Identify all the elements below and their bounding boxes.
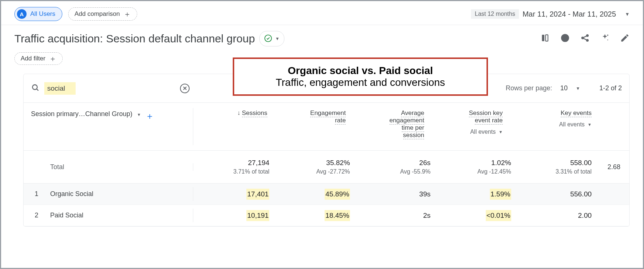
svg-point-0 <box>265 35 271 42</box>
column-header-avg-engagement-time[interactable]: Average engagement time per session <box>350 108 429 145</box>
page-title-text: Traffic acquisition: Session default cha… <box>14 32 255 45</box>
sort-down-icon: ↓ <box>237 109 240 116</box>
chevron-down-icon[interactable]: ▼ <box>137 112 141 117</box>
all-users-chip[interactable]: A All Users <box>14 7 62 21</box>
chevron-down-icon: ▼ <box>275 36 280 41</box>
totals-key-events: 558.00 3.31% of total <box>516 159 596 175</box>
val: 556.00 <box>570 190 592 198</box>
search-icon[interactable] <box>31 83 40 94</box>
ske-all-events-dropdown[interactable]: All events ▼ <box>433 129 503 135</box>
totals-label: Total <box>31 163 64 171</box>
totals-eng-rate: 35.82% Avg -27.72% <box>274 159 354 175</box>
rows-per-page-select[interactable]: 10 <box>560 84 568 92</box>
cell-ske-rate: 1.59% <box>435 189 515 200</box>
top-left-controls: A All Users Add comparison ＋ <box>14 7 137 21</box>
chevron-down-icon: ▼ <box>588 122 592 127</box>
column-header-key-events[interactable]: Key events All events ▼ <box>507 108 596 145</box>
cell-sessions: 10,191 <box>193 210 274 221</box>
check-circle-icon <box>264 32 272 45</box>
ke-all-events-dropdown[interactable]: All events ▼ <box>512 121 592 128</box>
ske-l2: event rate <box>475 117 503 125</box>
sparkle-icon[interactable] <box>600 33 610 44</box>
all-users-label: All Users <box>30 10 55 18</box>
cell-ske-rate: <0.01% <box>435 210 515 221</box>
sub: Avg -55.9% <box>359 168 430 175</box>
chevron-down-icon[interactable]: ▼ <box>576 86 580 91</box>
svg-point-8 <box>607 39 608 40</box>
column-header-session-key-event-rate[interactable]: Session keyevent rate All events ▼ <box>429 108 507 145</box>
row-number: 1 <box>31 190 38 198</box>
sub: 3.71% of total <box>198 168 269 175</box>
clear-search-icon[interactable]: ✕ <box>180 84 190 93</box>
page-title: Traffic acquisition: Session default cha… <box>14 31 284 46</box>
cell-sessions: 17,401 <box>193 189 274 200</box>
svg-point-6 <box>586 39 588 41</box>
eng-rate-l2: rate <box>335 117 346 125</box>
column-header-sessions[interactable]: ↓Sessions <box>193 108 272 145</box>
cell-key-events: 2.00 <box>516 212 596 220</box>
totals-avg-time: 26s Avg -55.9% <box>354 159 435 175</box>
chevron-down-icon: ▼ <box>625 11 630 17</box>
insights-icon[interactable] <box>560 33 570 44</box>
all-events-label: All events <box>470 129 496 135</box>
pagination-info: 1-2 of 2 <box>599 84 622 92</box>
date-range-picker[interactable]: Last 12 months Mar 11, 2024 - Mar 11, 20… <box>471 9 630 19</box>
cell-eng-rate: 45.89% <box>274 189 354 200</box>
audience-badge: A <box>17 9 27 19</box>
svg-rect-2 <box>546 35 548 41</box>
annotation-subtitle: Traffic, engagement and conversions <box>245 77 476 88</box>
totals-ske-rate: 1.02% Avg -12.45% <box>435 159 515 175</box>
date-range-label: Mar 11, 2024 - Mar 11, 2025 <box>523 10 616 18</box>
table-header-row: Session primary…Channel Group) ▼ ＋ ↓Sess… <box>24 103 629 151</box>
compare-icon[interactable] <box>540 33 550 44</box>
row-dim-cell: 1 Organic Social <box>31 187 193 201</box>
add-filter-button[interactable]: Add filter ＋ <box>14 52 63 65</box>
add-filter-label: Add filter <box>21 55 45 62</box>
svg-point-7 <box>607 35 608 36</box>
cell-eng-rate: 18.45% <box>274 210 354 221</box>
val: 17,401 <box>246 189 269 200</box>
val: 2s <box>423 212 430 219</box>
table-row[interactable]: 1 Organic Social 17,401 45.89% 39s 1.59%… <box>24 184 629 205</box>
val: 18.45% <box>325 210 350 221</box>
add-dimension-button[interactable]: ＋ <box>145 110 154 122</box>
report-status-chip[interactable]: ▼ <box>259 31 284 46</box>
share-icon[interactable] <box>580 33 590 44</box>
val: 2.68 <box>596 163 620 171</box>
row-label: Paid Social <box>50 212 83 219</box>
search-input[interactable]: social <box>44 82 76 95</box>
cell-key-events: 556.00 <box>516 190 596 198</box>
edit-icon[interactable] <box>620 33 630 44</box>
totals-sessions: 27,194 3.71% of total <box>193 159 274 175</box>
annotation-overlay: Organic social vs. Paid social Traffic, … <box>233 57 488 96</box>
add-comparison-button[interactable]: Add comparison ＋ <box>68 7 137 21</box>
search-area: social ✕ <box>31 82 197 95</box>
add-comparison-label: Add comparison <box>75 10 120 18</box>
svg-rect-1 <box>542 35 544 41</box>
val: 35.82% <box>278 159 350 167</box>
dimension-column-header[interactable]: Session primary…Channel Group) ▼ ＋ <box>31 108 193 145</box>
sub: Avg -27.72% <box>278 168 350 175</box>
chevron-down-icon: ▼ <box>499 130 503 134</box>
top-bar: A All Users Add comparison ＋ Last 12 mon… <box>1 1 643 25</box>
row-label: Organic Social <box>50 190 93 198</box>
column-header-engagement-rate[interactable]: Engagementrate <box>272 108 350 145</box>
val: 1.59% <box>490 189 511 200</box>
svg-point-4 <box>582 37 584 39</box>
val: <0.01% <box>486 210 511 221</box>
sub: 3.31% of total <box>520 168 592 175</box>
cell-avg-time: 2s <box>354 212 435 220</box>
row-dim-cell: 2 Paid Social <box>31 209 193 222</box>
eng-rate-l1: Engagement <box>310 109 346 117</box>
row-number: 2 <box>31 212 38 219</box>
totals-trailing: 2.68 <box>596 163 622 171</box>
avg-time-l4: session <box>403 132 425 139</box>
totals-dim-cell: Total <box>31 163 193 171</box>
data-table-panel: social ✕ Rows per page: 10 ▼ 1-2 of 2 Se… <box>23 74 630 227</box>
val: 45.89% <box>325 189 350 200</box>
val: 39s <box>419 190 431 198</box>
svg-point-5 <box>586 35 588 36</box>
avg-time-l2: engagement <box>389 117 425 125</box>
val: 1.02% <box>439 159 511 167</box>
table-row[interactable]: 2 Paid Social 10,191 18.45% 2s <0.01% 2.… <box>24 205 629 226</box>
